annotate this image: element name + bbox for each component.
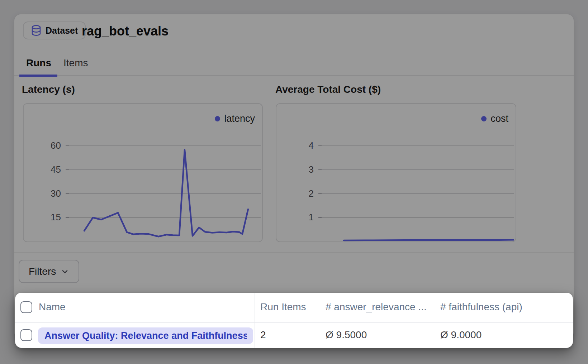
column-header-faithfulness[interactable]: # faithfulness (api)	[440, 301, 522, 313]
faithfulness-cell: Ø 9.0000	[440, 329, 482, 341]
screenshot-root: Dataset rag_bot_evals Runs Items Latency…	[0, 0, 588, 364]
run-name-link[interactable]: Answer Quality: Relevance and Faithfulne…	[38, 327, 253, 344]
column-header-answer-relevance[interactable]: # answer_relevance ...	[326, 301, 427, 313]
run-name-label: Answer Quality: Relevance and Faithfulne…	[44, 330, 247, 341]
column-header-name[interactable]: Name	[39, 301, 66, 313]
table-header-row: Name Run Items # answer_relevance ... # …	[15, 293, 573, 322]
select-all-checkbox[interactable]	[20, 301, 32, 313]
runs-table: Name Run Items # answer_relevance ... # …	[15, 293, 573, 348]
run-items-cell: 2	[260, 329, 266, 341]
row-checkbox[interactable]	[20, 329, 32, 341]
column-header-run-items[interactable]: Run Items	[260, 301, 306, 313]
table-row: Answer Quality: Relevance and Faithfulne…	[15, 322, 573, 348]
answer-relevance-cell: Ø 9.5000	[326, 329, 367, 341]
